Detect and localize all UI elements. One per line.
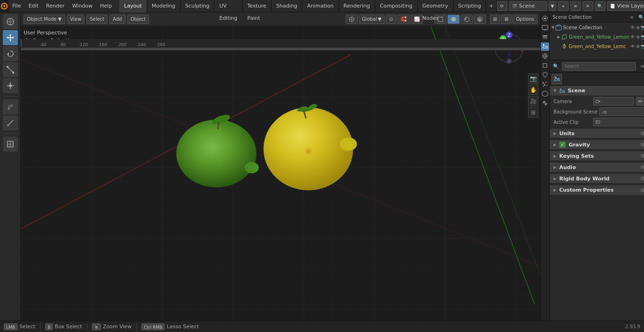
rendered-btn[interactable] [474, 15, 486, 24]
view-btn[interactable]: View [67, 15, 85, 24]
transform-tool[interactable] [3, 78, 18, 93]
transform-space-label: Global [362, 16, 377, 22]
svg-rect-15 [7, 66, 8, 68]
tab-sculpting[interactable]: Sculpting [181, 0, 215, 12]
snap-btn[interactable]: 🧲 [397, 15, 410, 24]
menu-help[interactable]: Help [96, 0, 116, 12]
add-object-tool[interactable] [3, 137, 18, 152]
prop-tab-physics[interactable] [541, 89, 549, 98]
outliner-filter-icon[interactable]: ≡ [627, 13, 636, 22]
sync-icon-btn[interactable]: ⟳ [497, 1, 507, 11]
prop-tab-view-layer[interactable] [541, 33, 549, 41]
hand-pan-icon[interactable]: ✋ [528, 85, 538, 95]
prop-tab-active-scene[interactable] [552, 74, 562, 84]
prop-tab-output[interactable] [541, 24, 549, 32]
item-eye-icon[interactable]: 👁 [630, 25, 635, 30]
blender-logo[interactable] [0, 0, 8, 12]
outliner-item-lemon[interactable]: ▶ Green_and_Yellow_Lemon 👁 ⊕ 📷 [550, 32, 644, 41]
properties-search-input[interactable] [562, 62, 636, 71]
scale-tool[interactable] [3, 62, 18, 77]
outliner-root[interactable]: ▼ Scene Collection 👁 ⊕ 📷 [550, 23, 644, 32]
menu-window[interactable]: Window [68, 0, 96, 12]
xray-btn[interactable]: ⊠ [501, 15, 512, 24]
prop-tab-constraints[interactable] [541, 99, 549, 107]
viewport-display-btn[interactable] [346, 15, 358, 24]
prop-tab-world[interactable] [541, 52, 549, 60]
prop-tab-object[interactable] [541, 61, 549, 70]
timeline-scrollbar[interactable] [21, 47, 540, 51]
tab-texture-paint[interactable]: Texture Paint [243, 0, 272, 12]
tab-uv-editing[interactable]: UV Editing [215, 0, 242, 12]
measure-tool[interactable] [3, 115, 18, 130]
item-viewport-icon[interactable]: ⊕ [636, 25, 640, 30]
prop-section-rigid-hdr[interactable]: ▶ Rigid Body World [550, 173, 644, 184]
menu-edit[interactable]: Edit [25, 0, 42, 12]
prop-tab-scene[interactable] [541, 42, 549, 51]
tab-rendering[interactable]: Rendering [339, 0, 375, 12]
menu-render[interactable]: Render [42, 0, 68, 12]
cursor-tool[interactable] [3, 14, 18, 29]
properties-filter-btn[interactable]: ≡ [638, 62, 644, 71]
select-btn[interactable]: Select [86, 15, 107, 24]
bg-scene-value-btn[interactable] [599, 107, 644, 116]
svg-rect-14 [12, 72, 14, 73]
object-mode-btn[interactable]: Object Mode ▼ [24, 15, 65, 24]
tab-scripting[interactable]: Scripting [454, 0, 487, 12]
delete-scene-icon[interactable]: ✕ [583, 1, 593, 11]
lemc-eye-icon[interactable]: 👁 [630, 44, 635, 49]
solid-btn[interactable] [447, 15, 460, 24]
item-render-icon[interactable]: 📷 [641, 25, 644, 30]
lemon-eye-icon[interactable]: 👁 [630, 34, 635, 40]
lemon-viewport-icon[interactable]: ⊕ [636, 34, 640, 40]
object-btn[interactable]: Object [127, 15, 149, 24]
lemc-render-icon[interactable]: 📷 [641, 44, 644, 49]
add-btn[interactable]: Add [109, 15, 125, 24]
outliner-search-icon[interactable]: 🔍 [637, 13, 644, 22]
prop-section-custom-hdr[interactable]: ▶ Custom Properties [550, 185, 644, 195]
tab-compositing[interactable]: Compositing [375, 0, 418, 12]
prop-tab-modifier[interactable] [541, 71, 549, 79]
active-clip-value-btn[interactable] [593, 118, 644, 126]
scene-selector[interactable]: 🎬 Scene [509, 1, 547, 11]
view-layer-selector[interactable]: 📑 View Layer [607, 1, 644, 11]
workspace-tabs: Layout Modeling Sculpting UV Editing Tex… [119, 0, 496, 12]
rotate-tool[interactable] [3, 46, 18, 61]
transform-space-btn[interactable]: Global▼ [359, 15, 385, 24]
lemon-render-icon[interactable]: 📷 [641, 34, 644, 40]
lemc-viewport-icon[interactable]: ⊕ [636, 44, 640, 49]
move-tool[interactable] [3, 30, 18, 45]
new-scene-icon[interactable]: + [558, 1, 569, 11]
graph-btn[interactable]: 📈 [411, 15, 423, 24]
camera-value-btn[interactable] [593, 97, 634, 105]
timeline-scroll-thumb[interactable] [21, 48, 540, 50]
prop-section-scene-hdr[interactable]: ▼ Scene [550, 86, 644, 96]
prop-section-units-hdr[interactable]: ▶ Units [550, 128, 644, 138]
menu-file[interactable]: File [8, 0, 25, 12]
gravity-checkbox[interactable]: ✓ [559, 141, 566, 148]
camera-view-icon[interactable]: 📷 [528, 73, 538, 84]
prop-section-gravity-hdr[interactable]: ▶ ✓ Gravity [550, 139, 644, 150]
annotate-tool[interactable] [3, 99, 18, 114]
tab-shading[interactable]: Shading [272, 0, 303, 12]
prop-section-audio-hdr[interactable]: ▶ Audio [550, 162, 644, 172]
material-preview-btn[interactable] [461, 15, 473, 24]
prop-section-keying-hdr[interactable]: ▶ Keying Sets [550, 151, 644, 161]
tab-add[interactable]: + [486, 0, 496, 12]
prop-tab-render[interactable] [541, 14, 549, 23]
tab-animation[interactable]: Animation [302, 0, 339, 12]
proportional-edit-btn[interactable]: ⊙ [386, 15, 396, 24]
scene-list-icon[interactable]: ≡ [570, 1, 581, 11]
tab-layout[interactable]: Layout [119, 0, 147, 12]
camera-edit-btn[interactable]: ✏ [636, 97, 644, 105]
left-toolbar [0, 12, 21, 332]
tab-modeling[interactable]: Modeling [147, 0, 181, 12]
camera-lock-icon[interactable]: 🎥 [528, 96, 538, 106]
viewport-extras-icon[interactable]: ⊞ [528, 107, 538, 118]
tab-geometry-nodes[interactable]: Geometry Nodes [418, 0, 454, 12]
options-btn[interactable]: Options [512, 15, 537, 24]
search-icon-global[interactable]: 🔍 [595, 1, 605, 11]
overlay-btn[interactable]: ⊞ [490, 15, 500, 24]
prop-tab-particles[interactable] [541, 80, 549, 89]
scene-options-icon[interactable]: ▼ [549, 1, 556, 11]
outliner-item-lemc[interactable]: Green_and_Yellow_Lemc 👁 ⊕ 📷 [550, 41, 644, 51]
